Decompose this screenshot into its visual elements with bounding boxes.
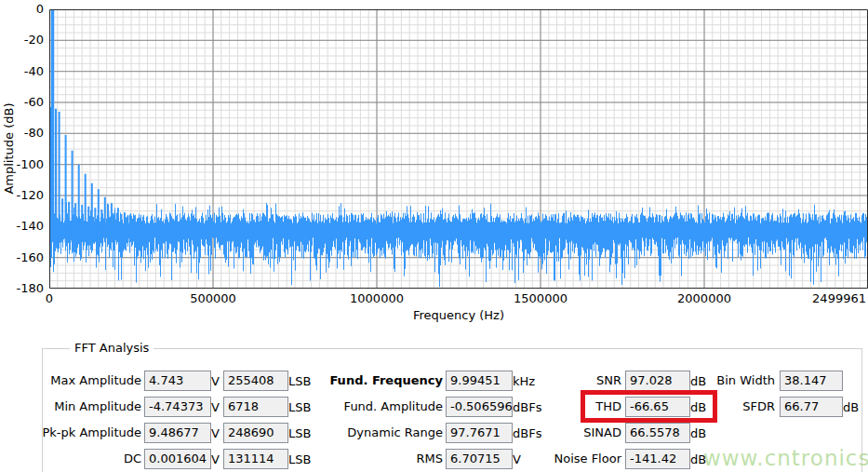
y-tick-label: -40 [0, 64, 44, 79]
fund-amplitude-label: Fund. Amplitude [307, 397, 443, 417]
pkpk-amplitude-lsb-field[interactable]: 248690 [223, 423, 288, 443]
x-tick-label: 0 [46, 291, 53, 305]
min-amplitude-v-field[interactable]: -4.74373 [144, 397, 211, 417]
min-amplitude-v-unit: V [211, 397, 220, 419]
max-amplitude-label: Max Amplitude [23, 371, 141, 391]
snr-label: SNR [507, 371, 621, 391]
plot-area [49, 9, 868, 289]
dc-label: DC [23, 449, 141, 469]
sinad-label: SINAD [507, 423, 621, 443]
sfdr-field[interactable]: 66.77 [780, 397, 843, 417]
dc-lsb-field[interactable]: 131114 [223, 449, 288, 469]
y-tick-label: -80 [0, 126, 44, 141]
x-axis-title: Frequency (Hz) [49, 308, 868, 322]
x-tick-label: 2499961 [812, 291, 866, 305]
watermark: www.cntronics.com [703, 446, 868, 470]
max-amplitude-lsb-field[interactable]: 255408 [223, 371, 288, 391]
fft-spectrum-plot [49, 9, 868, 289]
snr-field[interactable]: 97.028 [625, 371, 690, 391]
x-tick-label: 500000 [190, 291, 236, 305]
max-amplitude-v-field[interactable]: 4.743 [144, 371, 211, 391]
y-tick-label: -100 [0, 157, 44, 172]
thd-label: THD [507, 397, 621, 417]
dynamic-range-label: Dynamic Range [307, 423, 443, 443]
noise-floor-field[interactable]: -141.42 [625, 449, 690, 469]
fund-frequency-field[interactable]: 9.99451 [446, 371, 513, 391]
fund-amplitude-field[interactable]: -0.506596 [446, 397, 513, 417]
pkpk-amplitude-v-unit: V [211, 423, 220, 445]
y-tick-label: -160 [0, 250, 44, 265]
sfdr-label: SFDR [682, 397, 775, 417]
x-tick-label: 2000000 [677, 291, 731, 305]
y-tick-label: -20 [0, 33, 44, 47]
pkpk-amplitude-label: Pk-pk Amplitude [23, 423, 141, 443]
panel-legend: FFT Analysis [70, 341, 154, 355]
min-amplitude-label: Min Amplitude [23, 397, 141, 417]
x-tick-label: 1000000 [350, 291, 404, 305]
y-tick-label: 0 [0, 2, 44, 17]
noise-floor-label: Noise Floor [507, 449, 621, 469]
y-tick-label: -140 [0, 219, 44, 234]
dc-v-unit: V [211, 449, 220, 471]
min-amplitude-lsb-field[interactable]: 6718 [223, 397, 288, 417]
bin-width-field[interactable]: 38.147 [780, 371, 843, 391]
dynamic-range-field[interactable]: 97.7671 [446, 423, 513, 443]
rms-field[interactable]: 6.70715 [446, 449, 513, 469]
fund-frequency-label: Fund. Frequency [307, 371, 443, 391]
rms-label: RMS [307, 449, 443, 469]
y-tick-label: -60 [0, 95, 44, 110]
bin-width-label: Bin Width [682, 371, 775, 391]
sinad-unit: dB [690, 423, 706, 445]
sfdr-unit: dB [843, 397, 859, 419]
pkpk-amplitude-v-field[interactable]: 9.48677 [144, 423, 211, 443]
fft-analyzer-window: Amplitude (dB) 0-20-40-60-80-100-120-140… [0, 0, 868, 472]
sinad-field[interactable]: 66.5578 [625, 423, 690, 443]
y-axis-title: Amplitude (dB) [2, 9, 16, 289]
dc-v-field[interactable]: 0.001604 [144, 449, 211, 469]
thd-field[interactable]: -66.65 [625, 397, 690, 417]
y-tick-label: -120 [0, 188, 44, 203]
y-tick-label: -180 [0, 281, 44, 296]
x-tick-label: 1500000 [514, 291, 568, 305]
max-amplitude-v-unit: V [211, 371, 220, 393]
